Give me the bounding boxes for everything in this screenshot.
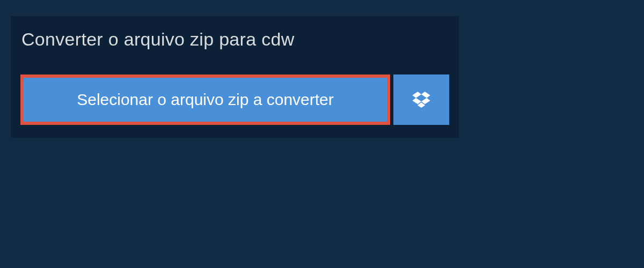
title-bar: Converter o arquivo zip para cdw — [11, 16, 365, 63]
converter-panel: Converter o arquivo zip para cdw Selecio… — [11, 16, 459, 138]
page-container: Converter o arquivo zip para cdw Selecio… — [0, 0, 644, 154]
select-file-button[interactable]: Selecionar o arquivo zip a converter — [20, 75, 390, 125]
button-row: Selecionar o arquivo zip a converter — [11, 63, 459, 138]
dropbox-button[interactable] — [393, 75, 449, 125]
select-file-label: Selecionar o arquivo zip a converter — [77, 91, 334, 109]
page-title: Converter o arquivo zip para cdw — [21, 29, 354, 50]
dropbox-icon — [412, 92, 430, 108]
